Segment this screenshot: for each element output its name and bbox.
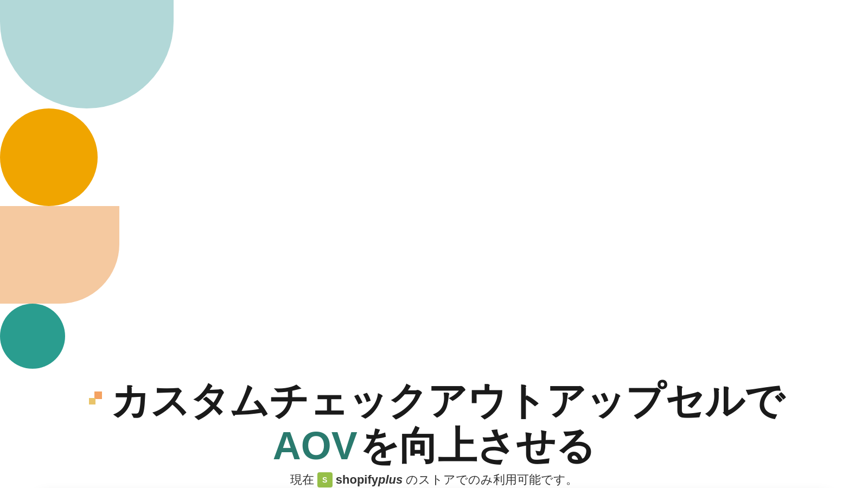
plus-label: plus bbox=[378, 473, 403, 486]
shopify-icon: S bbox=[317, 472, 333, 487]
shopify-label: shopify bbox=[336, 473, 378, 486]
svg-rect-1 bbox=[89, 398, 95, 404]
hero-logo: カスタムチェックアウトアップセルで bbox=[0, 380, 868, 422]
hero-title-line2: AOV を向上させる bbox=[0, 425, 868, 467]
svg-rect-0 bbox=[94, 391, 102, 399]
logo-icon bbox=[85, 390, 106, 412]
hero-subtitle: 現在 S shopifyplus のストアでのみ利用可能です。 bbox=[0, 472, 868, 488]
shopify-text: shopifyplus bbox=[336, 473, 403, 487]
hero-aov-text: AOV bbox=[273, 424, 358, 467]
bg-teal-circle-decoration bbox=[0, 304, 65, 369]
hero-title-suffix: を向上させる bbox=[360, 424, 595, 467]
hero-section: カスタムチェックアウトアップセルで AOV を向上させる 現在 S shopif… bbox=[0, 369, 868, 488]
bg-teal-decoration bbox=[0, 0, 174, 108]
bg-orange-decoration bbox=[0, 108, 98, 206]
subtitle-prefix: 現在 bbox=[290, 472, 314, 488]
bg-peach-decoration bbox=[0, 206, 119, 304]
hero-title-line1: カスタムチェックアウトアップセルで bbox=[111, 380, 784, 422]
subtitle-suffix: のストアでのみ利用可能です。 bbox=[406, 472, 578, 488]
